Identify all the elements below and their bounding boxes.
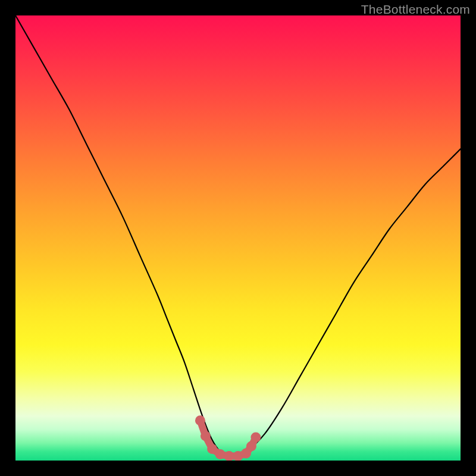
plot-area [15,15,461,461]
chart-svg [15,15,461,461]
marker-dot [215,449,226,459]
marker-dot [201,431,211,441]
chart-frame: TheBottleneck.com [0,0,476,476]
marker-dot [195,415,205,425]
marker-dot [246,441,256,452]
marker-dot [250,433,261,443]
bottleneck-curve [15,15,461,456]
watermark-text: TheBottleneck.com [361,2,470,17]
